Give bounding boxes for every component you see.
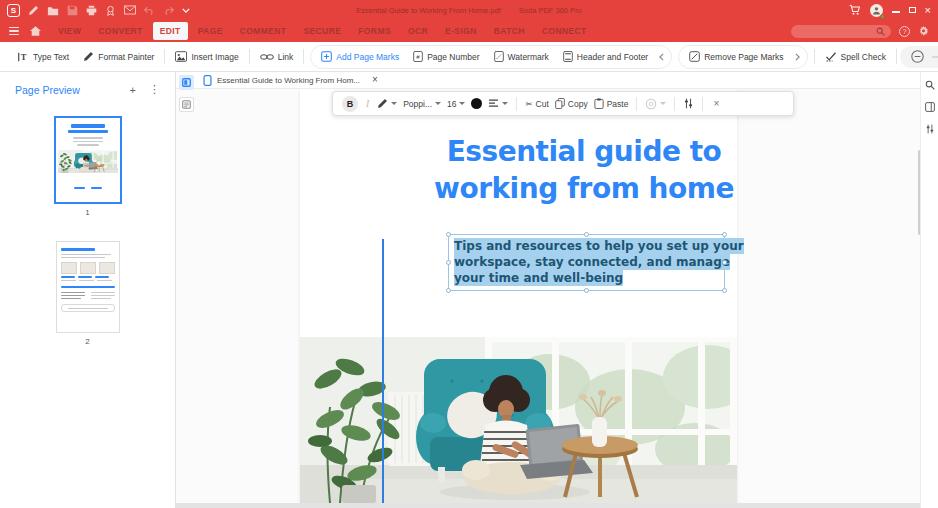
type-text-label: Type Text: [33, 52, 69, 62]
italic-button[interactable]: I: [364, 99, 371, 109]
close-window-button[interactable]: ×: [925, 5, 931, 16]
scroll-left-chevron-icon[interactable]: [655, 53, 668, 61]
menu-tab-forms[interactable]: FORMS: [351, 22, 398, 40]
vertical-scrollbar[interactable]: [918, 150, 920, 235]
selection-handle-e[interactable]: [722, 260, 727, 265]
link-icon: [260, 53, 274, 61]
help-icon[interactable]: ?: [899, 26, 910, 37]
more-settings-sliders-icon[interactable]: [683, 98, 694, 109]
selection-handle-n[interactable]: [584, 232, 589, 237]
zoom-slider[interactable]: [932, 56, 938, 58]
menu-tab-convert[interactable]: CONVERT: [91, 22, 149, 40]
add-page-marks-button[interactable]: Add Page Marks: [314, 47, 406, 67]
gear-icon[interactable]: [918, 26, 929, 37]
selection-handle-sw[interactable]: [446, 288, 451, 293]
disabled-circle-icon: [645, 98, 657, 110]
hamburger-menu-icon[interactable]: [9, 27, 19, 36]
open-folder-icon[interactable]: [47, 5, 59, 16]
page-mark-line: [382, 239, 384, 503]
secondary-panel-toggle[interactable]: [179, 97, 194, 112]
save-icon[interactable]: [67, 5, 78, 16]
menu-tab-edit[interactable]: EDIT: [153, 22, 188, 40]
watermark-button[interactable]: Watermark: [487, 47, 556, 67]
selection-handle-nw[interactable]: [446, 232, 451, 237]
page-number-button[interactable]: # Page Number: [406, 47, 486, 67]
search-input[interactable]: [791, 25, 891, 38]
header-footer-button[interactable]: Header and Footer: [556, 47, 655, 67]
menu-bar: VIEW CONVERT EDIT PAGE COMMENT SECURE FO…: [0, 20, 938, 42]
selection-handle-w[interactable]: [446, 260, 451, 265]
user-avatar[interactable]: [870, 4, 883, 17]
restore-button[interactable]: [909, 7, 916, 13]
find-search-icon[interactable]: [925, 80, 935, 90]
document-workspace: Essential guide to working from home Tip…: [176, 89, 920, 508]
menu-tab-ocr[interactable]: OCR: [401, 22, 435, 40]
cut-button[interactable]: ✂ Cut: [525, 99, 548, 109]
print-icon[interactable]: [86, 5, 97, 16]
font-family-select[interactable]: Poppi...: [403, 99, 441, 109]
menu-tab-connect[interactable]: CONNECT: [535, 22, 594, 40]
align-left-icon: [488, 99, 499, 108]
watermark-icon: [494, 51, 504, 62]
menu-tab-batch[interactable]: BATCH: [487, 22, 532, 40]
redo-icon[interactable]: [163, 6, 174, 15]
document-heading[interactable]: Essential guide to working from home: [384, 133, 784, 207]
page-number-icon: #: [413, 51, 423, 62]
email-icon[interactable]: [124, 5, 136, 15]
edit-pencil-icon[interactable]: [28, 5, 39, 16]
stamp-icon[interactable]: [105, 5, 116, 16]
copy-label: Copy: [568, 99, 588, 109]
close-toolbar-button[interactable]: ×: [711, 98, 721, 109]
menu-tab-esign[interactable]: E-SIGN: [438, 22, 484, 40]
add-page-marks-icon: [321, 51, 332, 62]
menu-tab-comment[interactable]: COMMENT: [233, 22, 294, 40]
selected-text[interactable]: Tips and resources to help you set up yo…: [449, 235, 724, 286]
selection-handle-s[interactable]: [584, 288, 589, 293]
minimize-button[interactable]: [892, 11, 900, 13]
page-preview-panel: Page Preview + ⋮ 1: [0, 72, 176, 508]
font-color-swatch[interactable]: [471, 98, 482, 109]
panel-options-kebab-icon[interactable]: ⋮: [149, 83, 160, 96]
menu-tab-view[interactable]: VIEW: [51, 22, 88, 40]
font-family-caret-icon: [435, 102, 441, 105]
copy-button[interactable]: Copy: [555, 98, 588, 109]
page-preview-toggle[interactable]: [179, 75, 194, 90]
selected-text-line1: Tips and resources to help you set up yo…: [454, 238, 744, 254]
bold-button[interactable]: B: [342, 96, 358, 112]
selected-text-box[interactable]: Tips and resources to help you set up yo…: [448, 234, 725, 291]
quick-access-chevron-icon[interactable]: [182, 8, 190, 13]
page-thumbnail-2[interactable]: [56, 241, 120, 333]
menu-tab-page[interactable]: PAGE: [191, 22, 230, 40]
remove-page-marks-button[interactable]: Remove Page Marks: [682, 47, 790, 67]
highlighter-caret-icon: [391, 102, 397, 105]
format-painter-button[interactable]: Format Painter: [76, 47, 161, 67]
view-settings-sliders-icon[interactable]: [925, 124, 935, 134]
paste-icon: [594, 98, 604, 109]
page-thumbnail-1[interactable]: [54, 116, 122, 204]
svg-text:#: #: [416, 53, 420, 60]
home-icon[interactable]: [30, 26, 41, 36]
selection-handle-ne[interactable]: [722, 232, 727, 237]
link-label: Link: [278, 52, 294, 62]
window-title: Essential Guide to Working From Home.pdf…: [240, 6, 698, 15]
scroll-right-chevron-icon[interactable]: [791, 53, 804, 61]
type-text-button[interactable]: T Type Text: [10, 47, 76, 67]
spell-check-button[interactable]: Spell Check: [818, 47, 893, 67]
undo-icon[interactable]: [144, 6, 155, 15]
highlighter-button[interactable]: [377, 98, 397, 109]
link-button[interactable]: Link: [253, 47, 301, 67]
document-tab[interactable]: Essential Guide to Working From Hom... ×: [203, 75, 378, 86]
insert-image-button[interactable]: Insert Image: [168, 47, 245, 67]
search-icon: [876, 27, 885, 36]
selection-handle-se[interactable]: [722, 288, 727, 293]
side-panel-icon[interactable]: [925, 102, 935, 112]
menu-tab-secure[interactable]: SECURE: [296, 22, 348, 40]
close-tab-icon[interactable]: ×: [372, 75, 378, 85]
add-page-button[interactable]: +: [130, 84, 136, 96]
cart-icon[interactable]: [849, 4, 861, 16]
paste-button[interactable]: Paste: [594, 98, 629, 109]
format-painter-icon: [83, 51, 94, 62]
alignment-select[interactable]: [488, 99, 508, 108]
font-size-select[interactable]: 16: [447, 99, 465, 109]
zoom-out-icon[interactable]: [911, 50, 924, 63]
